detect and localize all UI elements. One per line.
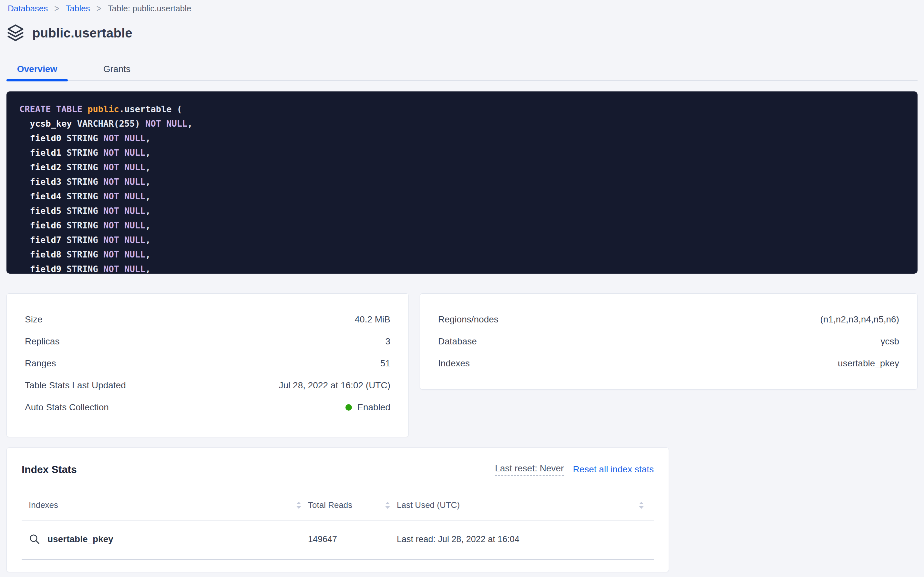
page-header: public.usertable [7,24,132,42]
stat-label: Database [438,336,477,347]
sort-arrows-icon[interactable] [385,501,390,510]
index-name-cell: usertable_pkey [29,533,302,545]
breadcrumb-current: Table: public.usertable [108,3,191,14]
sort-arrows-icon[interactable] [639,501,644,510]
table-meta-card-rows: Regions/nodes (n1,n2,n3,n4,n5,n6) Databa… [438,308,899,374]
column-label: Total Reads [308,500,352,510]
stat-value: Enabled [345,402,390,413]
last-reset-tooltip-trigger[interactable]: Last reset: Never [495,463,564,476]
tab-bar: Overview Grants [6,61,918,81]
stat-value: 40.2 MiB [355,314,390,325]
chevron-right-icon: > [96,3,101,14]
chevron-right-icon: > [54,3,59,14]
column-header-last-used[interactable]: Last Used (UTC) [397,500,644,510]
sort-arrows-icon[interactable] [296,501,302,510]
index-total-reads: 149647 [308,534,390,544]
stat-row: Database ycsb [438,330,899,353]
stat-label: Replicas [25,336,59,347]
tab-grants[interactable]: Grants [85,61,149,80]
stat-value: 3 [385,336,390,347]
index-table-header: Indexes Total Reads Last Used (UTC) [22,493,654,521]
tab-grants-label: Grants [103,64,130,74]
stat-label: Table Stats Last Updated [25,380,126,391]
stat-label: Size [25,314,42,325]
index-name[interactable]: usertable_pkey [47,534,113,544]
stat-row: Auto Stats Collection Enabled [25,396,390,418]
stat-value: ycsb [881,336,899,347]
table-stats-card-rows: Size 40.2 MiB Replicas 3 Ranges 51 Table… [25,308,390,418]
column-label: Last Used (UTC) [397,500,460,510]
breadcrumb-link-databases[interactable]: Databases [8,3,48,14]
stat-label: Indexes [438,358,470,369]
index-table-body: usertable_pkey 149647 Last read: Jul 28,… [22,521,654,560]
stat-row: Size 40.2 MiB [25,308,390,330]
index-stats-title: Index Stats [22,464,77,475]
column-header-indexes[interactable]: Indexes [29,500,302,510]
index-last-used: Last read: Jul 28, 2022 at 16:04 [397,534,644,544]
stat-row: Table Stats Last Updated Jul 28, 2022 at… [25,374,390,396]
stat-value: Jul 28, 2022 at 16:02 (UTC) [279,380,390,391]
column-header-total-reads[interactable]: Total Reads [308,500,390,510]
tab-overview-label: Overview [17,64,58,74]
reset-all-index-stats-link[interactable]: Reset all index stats [573,464,654,475]
stat-row: Regions/nodes (n1,n2,n3,n4,n5,n6) [438,308,899,330]
breadcrumb-link-tables[interactable]: Tables [66,3,90,14]
stat-label: Ranges [25,358,56,369]
stat-value: (n1,n2,n3,n4,n5,n6) [820,314,899,325]
index-table-row[interactable]: usertable_pkey 149647 Last read: Jul 28,… [22,521,654,560]
stat-value: 51 [380,358,390,369]
table-meta-card: Regions/nodes (n1,n2,n3,n4,n5,n6) Databa… [420,293,918,390]
create-table-statement-box: CREATE TABLE public.usertable ( ycsb_key… [6,92,918,274]
table-stats-card: Size 40.2 MiB Replicas 3 Ranges 51 Table… [6,293,409,437]
table-stack-icon [7,24,24,42]
table-details-page: Databases > Tables > Table: public.usert… [0,0,924,577]
index-stats-actions: Last reset: Never Reset all index stats [495,463,654,476]
tab-overview[interactable]: Overview [6,61,68,80]
magnifier-icon [29,533,40,545]
stat-label: Regions/nodes [438,314,498,325]
index-stats-header: Index Stats Last reset: Never Reset all … [22,461,654,477]
stat-label: Auto Stats Collection [25,402,109,413]
status-dot [345,404,352,411]
stat-row: Ranges 51 [25,353,390,374]
stat-value: usertable_pkey [838,358,899,369]
index-stats-card: Index Stats Last reset: Never Reset all … [6,448,669,572]
sql-code: CREATE TABLE public.usertable ( ycsb_key… [19,102,918,274]
page-title: public.usertable [32,26,132,40]
breadcrumb: Databases > Tables > Table: public.usert… [8,2,191,15]
column-label: Indexes [29,500,58,510]
stat-row: Replicas 3 [25,330,390,353]
stat-row: Indexes usertable_pkey [438,353,899,374]
